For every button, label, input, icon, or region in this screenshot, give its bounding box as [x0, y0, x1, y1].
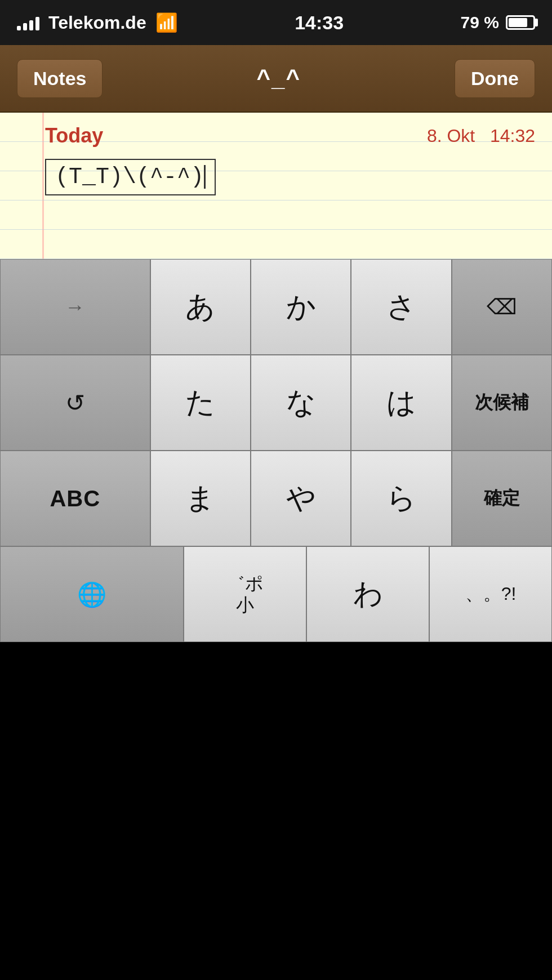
key-small-dakuten-label: ゛ポ小: [226, 573, 264, 616]
arrow-right-icon: →: [65, 295, 85, 319]
key-ma[interactable]: ま: [150, 451, 251, 546]
status-bar: Telekom.de 📶 14:33 79 %: [0, 0, 552, 45]
nav-bar: Notes ^_^ Done: [0, 45, 552, 113]
keyboard-row-2: ↺ た な は 次候補: [0, 355, 552, 451]
key-arrow-right[interactable]: →: [0, 259, 150, 355]
notes-header: Today 8. Okt 14:32: [0, 113, 552, 153]
key-ka-label: か: [286, 287, 316, 327]
key-undo[interactable]: ↺: [0, 355, 150, 451]
key-na-label: な: [286, 383, 316, 422]
done-button[interactable]: Done: [455, 59, 535, 98]
key-wa-label: わ: [353, 574, 383, 614]
status-time: 14:33: [295, 12, 344, 34]
keyboard-row-4: 🌐 ゛ポ小 わ 、。?!: [0, 546, 552, 642]
key-globe[interactable]: 🌐: [0, 546, 184, 642]
key-sa-label: さ: [386, 287, 416, 327]
key-punctuation[interactable]: 、。?!: [429, 546, 552, 642]
key-small-dakuten[interactable]: ゛ポ小: [184, 546, 306, 642]
key-ra-label: ら: [386, 479, 416, 518]
key-ma-label: ま: [185, 479, 215, 518]
nav-title: ^_^: [257, 65, 301, 92]
undo-icon: ↺: [65, 389, 85, 417]
key-delete[interactable]: ⌫: [452, 259, 552, 355]
notes-text-content: (T_T)\(^-^): [45, 159, 216, 195]
text-cursor: [204, 165, 206, 189]
key-ya[interactable]: や: [251, 451, 351, 546]
key-abc[interactable]: ABC: [0, 451, 150, 546]
key-ta[interactable]: た: [150, 355, 251, 451]
battery-icon: [506, 15, 535, 30]
carrier-label: Telekom.de: [48, 12, 146, 33]
key-ra[interactable]: ら: [351, 451, 451, 546]
key-wa[interactable]: わ: [306, 546, 429, 642]
notes-today-label: Today: [45, 124, 103, 148]
key-ta-label: た: [185, 383, 215, 422]
key-a-label: あ: [185, 287, 215, 327]
signal-bars-icon: [17, 15, 39, 30]
key-ka[interactable]: か: [251, 259, 351, 355]
key-ha-label: は: [386, 383, 416, 422]
key-a[interactable]: あ: [150, 259, 251, 355]
key-sa[interactable]: さ: [351, 259, 451, 355]
key-punctuation-label: 、。?!: [465, 582, 517, 607]
notes-content[interactable]: (T_T)\(^-^): [0, 153, 552, 195]
globe-icon: 🌐: [77, 581, 106, 608]
battery-percent: 79 %: [461, 13, 499, 32]
key-ya-label: や: [286, 479, 316, 518]
keyboard-row-1: → あ か さ ⌫: [0, 259, 552, 355]
key-na[interactable]: な: [251, 355, 351, 451]
key-ha[interactable]: は: [351, 355, 451, 451]
status-right: 79 %: [461, 13, 535, 32]
keyboard: → あ か さ ⌫ ↺ た な: [0, 259, 552, 642]
notes-date-right: 8. Okt 14:32: [427, 126, 535, 146]
wifi-icon: 📶: [155, 12, 178, 33]
key-next-candidate[interactable]: 次候補: [452, 355, 552, 451]
back-button[interactable]: Notes: [17, 59, 103, 98]
key-confirm[interactable]: 確定: [452, 451, 552, 546]
keyboard-row-3: ABC ま や ら 確定: [0, 451, 552, 546]
delete-icon: ⌫: [487, 295, 517, 319]
status-left: Telekom.de 📶: [17, 12, 178, 33]
